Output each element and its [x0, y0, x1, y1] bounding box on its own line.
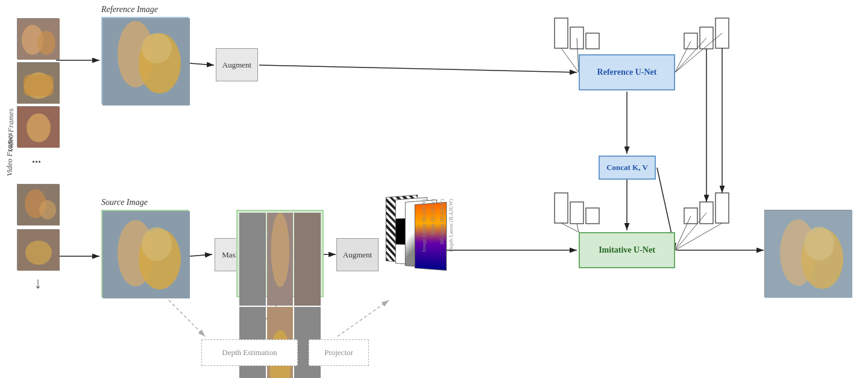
- svg-rect-24: [715, 18, 729, 48]
- svg-line-27: [675, 41, 691, 72]
- depth-latent-label: Depth Latent (B,4,H,W): [448, 199, 454, 252]
- svg-rect-35: [715, 193, 729, 223]
- svg-rect-34: [700, 202, 713, 224]
- imit-unet-label: Imitative U-Net: [599, 245, 655, 255]
- svg-line-39: [675, 213, 706, 250]
- output-image-box: [764, 210, 852, 297]
- concat-box: Concat K, V: [599, 156, 656, 180]
- svg-point-55: [25, 241, 52, 265]
- svg-line-4: [190, 63, 214, 65]
- svg-rect-31: [570, 202, 583, 224]
- bg-latent-label: BG latent (B,4,H,W): [439, 199, 445, 244]
- svg-rect-76: [765, 210, 852, 298]
- video-frame-1: [17, 18, 59, 59]
- video-frame-5: [17, 229, 59, 270]
- grid-cell-2: [267, 213, 294, 306]
- projector-label: Projector: [324, 348, 353, 358]
- svg-rect-30: [555, 193, 568, 223]
- augment-src-label: Augment: [343, 250, 372, 260]
- svg-point-45: [37, 31, 55, 55]
- video-frame-3: [17, 106, 59, 147]
- source-image-box: [101, 210, 189, 297]
- augment-ref-label: Augment: [222, 60, 251, 70]
- svg-line-18: [338, 300, 389, 336]
- svg-line-36: [561, 223, 579, 232]
- svg-line-25: [561, 48, 579, 72]
- svg-line-29: [675, 33, 722, 72]
- video-frame-2: [17, 62, 59, 103]
- down-arrow: ↓: [32, 274, 44, 292]
- grid-cell-1: [239, 213, 266, 306]
- svg-line-6: [190, 254, 212, 256]
- depth-estimation-label: Depth Estimation: [222, 348, 277, 358]
- svg-point-50: [27, 113, 51, 142]
- concat-label: Concat K, V: [606, 163, 648, 172]
- mask-label: Mask (B,1,H,W): [430, 199, 436, 236]
- svg-point-65: [142, 227, 172, 261]
- reference-image-box: [101, 17, 189, 104]
- imit-unet-box: Imitative U-Net: [579, 232, 675, 268]
- video-frames-vertical-label: Video Frames: [5, 133, 14, 176]
- image-latent-label: Image Latent (B,4,H,W): [421, 199, 427, 252]
- svg-rect-48: [24, 75, 54, 96]
- depth-estimation-box: Depth Estimation: [201, 339, 298, 366]
- svg-line-38: [675, 216, 691, 250]
- video-frame-4: [17, 184, 59, 225]
- svg-line-5: [259, 65, 577, 72]
- svg-rect-22: [684, 33, 697, 49]
- svg-line-40: [675, 223, 722, 250]
- ref-unet-label: Reference U-Net: [597, 68, 657, 77]
- svg-rect-68: [294, 213, 321, 306]
- svg-line-28: [675, 38, 706, 72]
- svg-rect-23: [700, 27, 713, 49]
- svg-point-67: [271, 213, 289, 287]
- svg-rect-19: [555, 18, 568, 48]
- augment-ref-box: Augment: [216, 48, 258, 81]
- projector-box: Projector: [309, 339, 369, 366]
- ref-unet-box: Reference U-Net: [579, 54, 675, 90]
- svg-rect-21: [586, 33, 599, 49]
- augment-src-box: Augment: [336, 238, 379, 271]
- svg-rect-20: [570, 27, 583, 49]
- masked-grid-box: [236, 210, 324, 297]
- reference-image-label: Reference Image: [101, 5, 158, 14]
- svg-rect-32: [586, 208, 599, 224]
- dots-separator: ...: [32, 152, 41, 166]
- svg-point-53: [39, 200, 56, 219]
- svg-line-37: [577, 224, 579, 232]
- svg-line-15: [169, 300, 205, 336]
- grid-cell-3: [294, 213, 321, 306]
- diagram-container: Video Frames ...: [0, 0, 868, 378]
- svg-point-60: [142, 33, 172, 63]
- svg-rect-33: [684, 208, 697, 224]
- source-image-label: Source Image: [101, 198, 148, 207]
